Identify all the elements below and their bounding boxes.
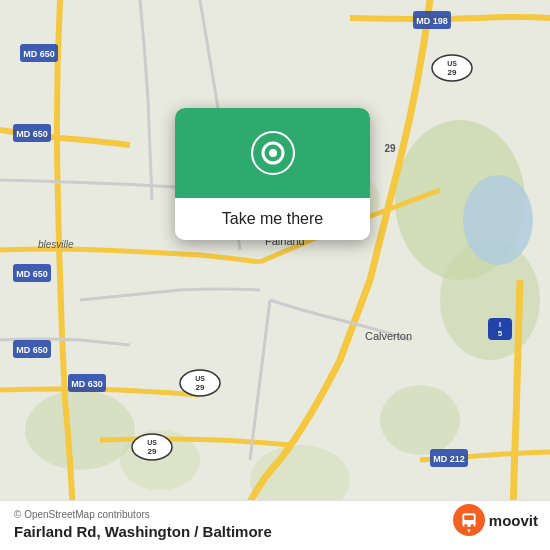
svg-point-40 <box>269 149 277 157</box>
location-pin-icon <box>251 131 295 175</box>
svg-point-43 <box>464 524 467 527</box>
popup-header <box>175 108 370 198</box>
moovit-logo: moovit <box>453 504 538 536</box>
svg-text:I: I <box>499 321 501 328</box>
svg-text:MD 650: MD 650 <box>16 269 48 279</box>
svg-text:29: 29 <box>196 383 205 392</box>
svg-text:MD 212: MD 212 <box>433 454 465 464</box>
svg-text:US: US <box>147 439 157 446</box>
svg-text:US: US <box>195 375 205 382</box>
svg-text:blesville: blesville <box>38 239 74 250</box>
moovit-icon <box>453 504 485 536</box>
popup-card: Take me there <box>175 108 370 240</box>
svg-text:5: 5 <box>498 329 503 338</box>
svg-text:US: US <box>447 60 457 67</box>
map-roads: MD 650 MD 650 MD 650 MD 650 MD 630 MD 19… <box>0 0 550 550</box>
svg-text:MD 650: MD 650 <box>23 49 55 59</box>
svg-point-3 <box>25 390 135 470</box>
svg-text:29: 29 <box>148 447 157 456</box>
moovit-text: moovit <box>489 512 538 529</box>
svg-text:MD 630: MD 630 <box>71 379 103 389</box>
svg-text:MD 198: MD 198 <box>416 16 448 26</box>
svg-rect-42 <box>464 515 474 520</box>
svg-text:29: 29 <box>448 68 457 77</box>
svg-text:29: 29 <box>384 143 396 154</box>
svg-text:Calverton: Calverton <box>365 330 412 342</box>
take-me-there-button[interactable]: Take me there <box>175 198 370 240</box>
svg-text:MD 650: MD 650 <box>16 129 48 139</box>
svg-text:MD 650: MD 650 <box>16 345 48 355</box>
map-container: MD 650 MD 650 MD 650 MD 650 MD 630 MD 19… <box>0 0 550 550</box>
svg-point-2 <box>380 385 460 455</box>
svg-point-7 <box>463 175 533 265</box>
svg-point-44 <box>470 524 473 527</box>
